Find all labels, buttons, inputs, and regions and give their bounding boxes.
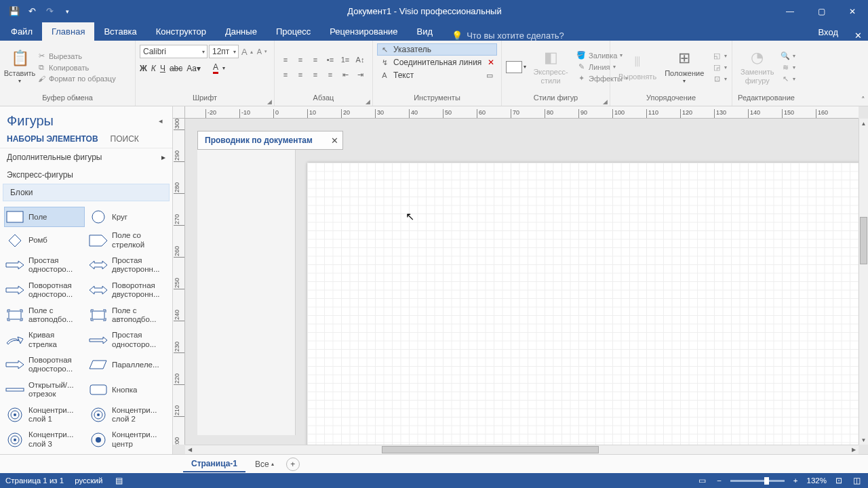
align-right-button[interactable]: ≡ bbox=[309, 68, 322, 81]
layers-button[interactable]: ≋▾ bbox=[779, 62, 797, 73]
add-page-button[interactable]: + bbox=[286, 458, 300, 471]
tab-insert[interactable]: Вставка bbox=[94, 22, 146, 41]
format-painter-button[interactable]: 🖌Формат по образцу bbox=[35, 74, 117, 83]
tab-file[interactable]: Файл bbox=[1, 22, 42, 41]
copy-button[interactable]: ⧉Копировать bbox=[35, 62, 117, 73]
tab-review[interactable]: Рецензирование bbox=[320, 22, 407, 41]
align-center-button[interactable]: ≡ bbox=[294, 68, 307, 81]
grow-font-button[interactable]: A▴ bbox=[240, 47, 254, 57]
decrease-indent-button[interactable]: ⇤ bbox=[338, 68, 352, 81]
scroll-right-arrow[interactable]: ▶ bbox=[849, 445, 859, 454]
ruler-vertical[interactable]: 300290280270260250240230220210200 bbox=[173, 119, 185, 445]
shape-stencil-item[interactable]: Открытый/... отрезок bbox=[4, 378, 85, 402]
change-shape-button[interactable]: ◔Заменить фигуру bbox=[736, 47, 778, 87]
document-explorer-close[interactable]: ✕ bbox=[326, 136, 342, 146]
document-explorer-body[interactable] bbox=[197, 150, 296, 435]
zoom-in-button[interactable]: + bbox=[791, 476, 800, 485]
document-explorer-pane[interactable]: Проводник по документам ✕ bbox=[197, 131, 343, 150]
undo-button[interactable]: ↶ bbox=[24, 4, 39, 19]
cut-button[interactable]: ✂Вырезать bbox=[35, 51, 117, 61]
page-tab-1[interactable]: Страница-1 bbox=[183, 456, 245, 472]
shape-stencil-item[interactable]: Концентри... слой 3 bbox=[4, 428, 85, 451]
font-size-combo[interactable]: 12пт bbox=[209, 45, 239, 58]
font-color-button[interactable]: A bbox=[213, 62, 218, 74]
shape-stencil-item[interactable]: Круг bbox=[87, 207, 168, 227]
shape-stencil-item[interactable]: Кнопка bbox=[87, 378, 168, 402]
quick-styles-button[interactable]: ◧ Экспресс-стили bbox=[530, 47, 571, 87]
drawing-surface[interactable]: Проводник по документам ✕ ↖ bbox=[185, 119, 859, 445]
bring-front-button[interactable]: ◱▾ bbox=[711, 51, 728, 61]
connector-tool[interactable]: ↯Соединительная линия✕ bbox=[377, 56, 497, 68]
bullets-button[interactable]: •≡ bbox=[323, 53, 337, 66]
underline-button[interactable]: Ч bbox=[160, 64, 165, 73]
find-button[interactable]: 🔍▾ bbox=[779, 51, 797, 61]
shape-stencil-item[interactable]: Поле с автоподбо... bbox=[87, 304, 168, 327]
align-button[interactable]: ⫴Выровнять bbox=[614, 52, 660, 83]
zoom-slider[interactable] bbox=[730, 480, 785, 482]
qat-customize[interactable]: ▾ bbox=[60, 4, 75, 19]
shape-stencil-item[interactable]: Простая односторо... bbox=[4, 253, 85, 277]
italic-button[interactable]: К bbox=[151, 64, 156, 73]
text-direction-button[interactable]: A↕ bbox=[353, 53, 367, 66]
shape-stencil-item[interactable]: Поворотная односторо... bbox=[4, 279, 85, 302]
increase-indent-button[interactable]: ⇥ bbox=[353, 68, 367, 81]
fit-page-button[interactable]: ⊡ bbox=[833, 476, 844, 485]
close-button[interactable]: ✕ bbox=[837, 0, 868, 22]
shape-stencil-item[interactable]: Поле со стрелкой bbox=[87, 228, 168, 252]
drawing-page[interactable] bbox=[307, 163, 859, 445]
shape-stencil-item[interactable]: Поворотная двусторонн... bbox=[87, 279, 168, 302]
vertical-scrollbar[interactable]: ▲ ▼ bbox=[859, 119, 868, 445]
sign-in-button[interactable]: Вход bbox=[809, 24, 848, 41]
minimize-button[interactable]: — bbox=[774, 0, 806, 22]
shape-stencil-item[interactable]: Простая двусторонн... bbox=[87, 253, 168, 277]
shape-styles-dialog-launcher[interactable]: ◢ bbox=[603, 98, 608, 105]
page-tab-all[interactable]: Все▴ bbox=[250, 457, 279, 472]
scroll-left-arrow[interactable]: ◀ bbox=[185, 445, 195, 454]
shape-stencil-item[interactable]: Кривая стрелка bbox=[4, 328, 85, 352]
font-name-combo[interactable]: Calibri bbox=[140, 45, 208, 58]
text-block-icon[interactable]: ▭ bbox=[485, 71, 494, 80]
tab-data[interactable]: Данные bbox=[216, 22, 267, 41]
shapes-tab-stencils[interactable]: НАБОРЫ ЭЛЕМЕНТОВ bbox=[7, 134, 98, 144]
shapes-tab-search[interactable]: ПОИСК bbox=[111, 134, 139, 144]
tab-process[interactable]: Процесс bbox=[267, 22, 320, 41]
shape-stencil-item[interactable]: Поворотная односторо... bbox=[4, 353, 85, 377]
shapes-panel-collapse[interactable]: ◂ bbox=[156, 114, 165, 128]
shape-stencil-item[interactable]: Поле bbox=[4, 207, 85, 227]
tell-me-search[interactable]: 💡 Что вы хотите сделать? bbox=[442, 30, 564, 41]
shape-stencil-item[interactable]: Концентри... центр bbox=[87, 428, 168, 451]
vscroll-thumb[interactable] bbox=[860, 217, 867, 264]
align-top-right-button[interactable]: ≡ bbox=[309, 53, 322, 66]
collapse-ribbon-button[interactable]: ˄ bbox=[861, 96, 865, 104]
paste-button[interactable]: 📋 Вставить ▾ bbox=[4, 48, 35, 85]
tab-home[interactable]: Главная bbox=[42, 22, 94, 41]
strikethrough-button[interactable]: abc bbox=[170, 64, 182, 73]
redo-button[interactable]: ↷ bbox=[42, 4, 57, 19]
shape-stencil-item[interactable]: Простая односторо... bbox=[87, 328, 168, 352]
save-button[interactable]: 💾 bbox=[7, 4, 22, 19]
ruler-corner[interactable] bbox=[173, 106, 185, 119]
paragraph-dialog-launcher[interactable]: ◢ bbox=[366, 98, 370, 105]
quick-shapes-button[interactable]: Экспресс-фигуры bbox=[0, 166, 172, 184]
shapes-category-blocks[interactable]: Блоки bbox=[3, 184, 170, 201]
bold-button[interactable]: Ж bbox=[140, 64, 147, 73]
status-language[interactable]: русский bbox=[75, 476, 102, 485]
align-top-center-button[interactable]: ≡ bbox=[294, 53, 307, 66]
zoom-slider-thumb[interactable] bbox=[764, 477, 769, 485]
connector-delete-icon[interactable]: ✕ bbox=[488, 58, 494, 67]
shape-style-gallery[interactable] bbox=[506, 61, 522, 73]
shape-stencil-item[interactable]: Ромб bbox=[4, 228, 85, 252]
shape-style-more[interactable]: ▾ bbox=[524, 64, 526, 70]
shape-stencil-item[interactable]: Параллеле... bbox=[87, 353, 168, 377]
ruler-horizontal[interactable]: -20-100102030405060708090100110120130140… bbox=[185, 106, 859, 119]
zoom-out-button[interactable]: − bbox=[715, 476, 724, 485]
horizontal-scrollbar[interactable]: ◀ ▶ bbox=[185, 445, 859, 454]
numbering-button[interactable]: 1≡ bbox=[338, 53, 352, 66]
more-shapes-button[interactable]: Дополнительные фигуры▸ bbox=[0, 148, 172, 166]
presentation-mode-button[interactable]: ▭ bbox=[696, 476, 708, 485]
position-button[interactable]: ⊞Положение▾ bbox=[660, 48, 708, 85]
maximize-button[interactable]: ▢ bbox=[806, 0, 837, 22]
switch-windows-button[interactable]: ◫ bbox=[851, 476, 863, 485]
close-document-button[interactable]: ✕ bbox=[848, 30, 868, 41]
align-left-button[interactable]: ≡ bbox=[279, 68, 292, 81]
